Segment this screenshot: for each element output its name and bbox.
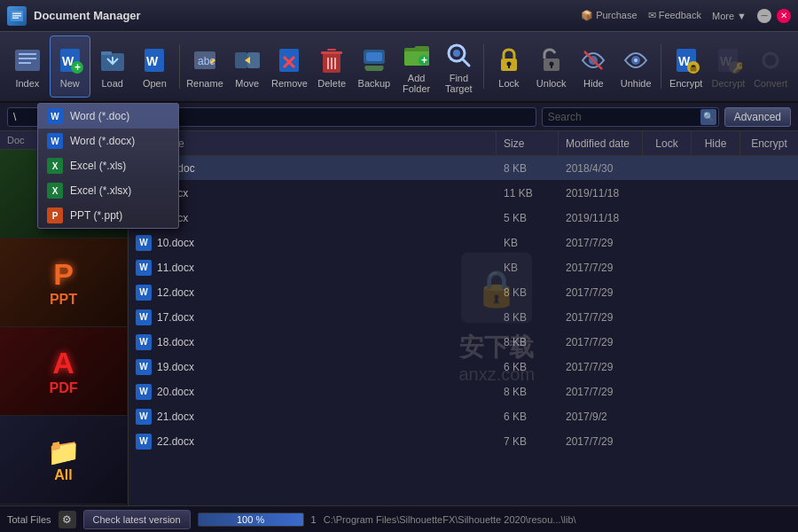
toolbar-hide[interactable]: Hide (574, 35, 614, 98)
sidebar-tile-pdf[interactable]: A PDF (0, 327, 127, 416)
file-list: W pdb.doc 8 KB 2018/4/30 W 0.docx 11 KB … (129, 156, 798, 505)
all-tile-icon: 📁 (47, 436, 80, 467)
svg-point-46 (634, 59, 638, 62)
dropdown-item-ppt-ppt[interactable]: P PPT (*.ppt) (38, 203, 178, 228)
file-row[interactable]: W 0.docx 11 KB 2019/11/18 (129, 181, 798, 206)
file-row[interactable]: W 11.docx KB 2017/7/29 (129, 255, 798, 280)
toolbar-add-folder[interactable]: + Add Folder (396, 35, 437, 98)
advanced-button[interactable]: Advanced (724, 107, 791, 127)
file-date: 2017/7/29 (559, 361, 643, 373)
file-date: 2019/11/18 (559, 187, 643, 200)
toolbar-unlock[interactable]: Unlock (531, 35, 572, 98)
toolbar-find-target[interactable]: Find Target (439, 35, 480, 98)
total-files: Total Files (7, 514, 51, 525)
sidebar-tile-ppt[interactable]: P PPT (0, 239, 127, 327)
minimize-button[interactable]: ─ (757, 9, 771, 23)
file-size: 8 KB (497, 162, 559, 175)
file-name: 17.docx (157, 311, 194, 324)
toolbar-convert[interactable]: Convert (750, 35, 791, 98)
col-header-size: Size (497, 131, 559, 155)
search-input[interactable]: Search (542, 107, 719, 127)
lock-label: Lock (498, 78, 519, 89)
check-version-button[interactable]: Check latest version (83, 510, 191, 529)
file-type-icon: W (136, 260, 152, 276)
svg-rect-4 (15, 50, 40, 71)
svg-rect-25 (321, 51, 342, 54)
file-name: 22.docx (157, 435, 194, 448)
col-header-encrypt: Encrypt (740, 131, 798, 155)
file-name-cell: W 22.docx (129, 434, 497, 450)
load-icon (97, 44, 129, 76)
more-link[interactable]: More ▼ (712, 11, 747, 21)
file-type-icon: W (136, 409, 152, 425)
svg-rect-2 (12, 15, 21, 17)
toolbar-backup[interactable]: Backup (354, 35, 395, 98)
toolbar-unhide[interactable]: Unhide (615, 35, 656, 98)
dropdown-item-word-doc[interactable]: W Word (*.doc) (38, 104, 178, 129)
file-name-cell: W pdb.doc (129, 160, 497, 176)
settings-button[interactable]: ⚙ (59, 511, 76, 528)
purchase-link[interactable]: 📦 Purchase (581, 10, 638, 21)
svg-rect-3 (12, 17, 19, 19)
toolbar-index[interactable]: Index (7, 35, 48, 98)
file-row[interactable]: W 20.docx 8 KB 2017/7/29 (129, 379, 798, 404)
path-value: \ (13, 111, 16, 123)
backup-icon (358, 44, 390, 76)
file-row[interactable]: W pdb.doc 8 KB 2018/4/30 (129, 156, 798, 181)
file-size: KB (497, 237, 559, 249)
search-button[interactable]: 🔍 (700, 109, 716, 125)
toolbar-encrypt[interactable]: W Encrypt (666, 35, 707, 98)
svg-point-38 (506, 62, 511, 66)
toolbar: Index W + New Load (0, 32, 798, 103)
file-row[interactable]: W 22.docx 7 KB 2017/7/29 (129, 429, 798, 454)
dropdown-item-icon: P (47, 207, 63, 223)
file-date: 2018/4/30 (559, 162, 643, 175)
file-row[interactable]: W 19.docx 6 KB 2017/7/29 (129, 355, 798, 379)
close-button[interactable]: ✕ (777, 9, 791, 23)
convert-icon (755, 44, 786, 76)
file-size: KB (497, 262, 559, 274)
ppt-tile-label: PPT (50, 292, 77, 308)
unlock-icon (536, 44, 567, 76)
statusbar: Total Files ⚙ Check latest version 100 %… (0, 505, 798, 532)
file-date: 2017/7/29 (559, 262, 643, 274)
sidebar-tile-all[interactable]: 📁 All (0, 416, 127, 505)
dropdown-item-excel-xls[interactable]: X Excel (*.xls) (38, 153, 178, 178)
dropdown-item-label: Word (*.doc) (70, 110, 129, 122)
rename-label: Rename (186, 78, 223, 89)
feedback-link[interactable]: ✉ Feedback (648, 10, 701, 21)
toolbar-decrypt[interactable]: W 🔑 Decrypt (708, 35, 749, 98)
dropdown-item-excel-xlsx[interactable]: X Excel (*.xlsx) (38, 178, 178, 203)
file-name-cell: W 19.docx (129, 359, 497, 375)
file-date: 2017/7/29 (559, 435, 643, 448)
toolbar-delete[interactable]: Delete (311, 35, 352, 98)
dropdown-item-word-docx[interactable]: W Word (*.docx) (38, 129, 178, 153)
total-files-label: Total Files (7, 514, 51, 525)
file-row[interactable]: W 5.docx 5 KB 2019/11/18 (129, 206, 798, 231)
file-name-cell: W 18.docx (129, 334, 497, 350)
file-row[interactable]: W 17.docx 8 KB 2017/7/29 (129, 305, 798, 330)
file-row[interactable]: W 10.docx KB 2017/7/29 (129, 231, 798, 255)
file-row[interactable]: W 12.docx 8 KB 2017/7/29 (129, 280, 798, 305)
toolbar-lock[interactable]: Lock (489, 35, 529, 98)
unhide-label: Unhide (621, 78, 652, 89)
toolbar-rename[interactable]: abc Rename (184, 35, 225, 98)
file-date: 2017/7/29 (559, 286, 643, 299)
open-label: Open (143, 78, 167, 89)
file-row[interactable]: W 21.docx 6 KB 2017/9/2 (129, 404, 798, 429)
toolbar-open[interactable]: W Open (135, 35, 176, 98)
toolbar-remove[interactable]: Remove (270, 35, 310, 98)
file-name: 20.docx (157, 386, 194, 398)
hide-icon (577, 44, 609, 76)
toolbar-load[interactable]: Load (92, 35, 133, 98)
encrypt-icon: W (670, 44, 702, 76)
file-size: 7 KB (497, 435, 559, 448)
svg-line-36 (463, 59, 469, 66)
file-date: 2017/7/29 (559, 237, 643, 249)
file-size: 11 KB (497, 187, 559, 200)
app-logo (7, 6, 27, 26)
file-row[interactable]: W 18.docx 8 KB 2017/7/29 (129, 330, 798, 355)
toolbar-move[interactable]: Move (227, 35, 268, 98)
file-size: 5 KB (497, 212, 559, 224)
toolbar-new[interactable]: W + New (50, 35, 90, 98)
